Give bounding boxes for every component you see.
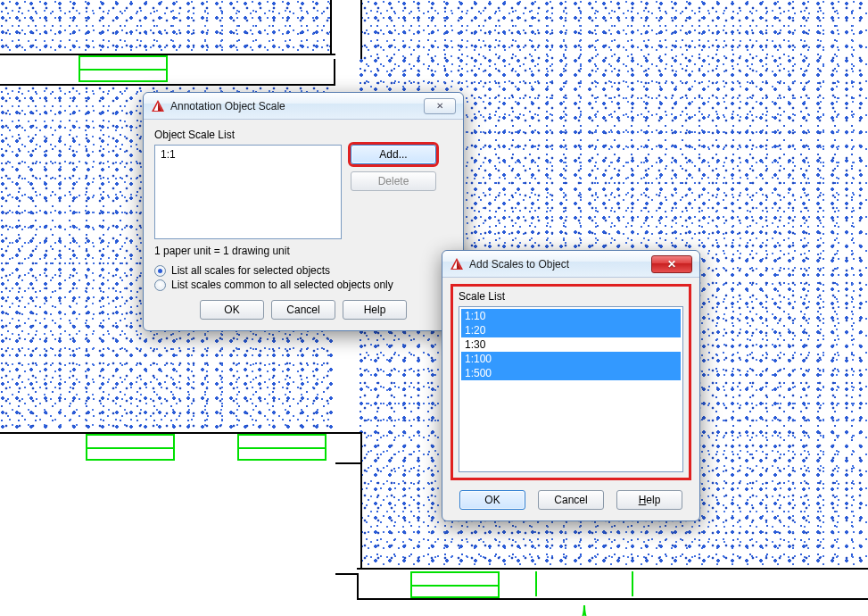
radio-icon bbox=[154, 265, 166, 277]
titlebar[interactable]: Add Scales to Object ✕ bbox=[442, 251, 699, 278]
door-symbol bbox=[410, 571, 500, 598]
paper-unit-text: 1 paper unit = 1 drawing unit bbox=[154, 245, 452, 257]
ok-button[interactable]: OK bbox=[459, 490, 525, 510]
close-button[interactable]: ✕ bbox=[424, 98, 456, 114]
radio-label: List scales common to all selected objec… bbox=[171, 279, 393, 291]
delete-button: Delete bbox=[351, 171, 436, 191]
door-symbol bbox=[86, 434, 175, 461]
list-item[interactable]: 1:100 bbox=[461, 352, 681, 366]
close-icon: ✕ bbox=[667, 258, 676, 271]
door-symbol bbox=[79, 55, 168, 82]
list-item[interactable]: 1:500 bbox=[461, 366, 681, 380]
add-scales-dialog: Add Scales to Object ✕ Scale List 1:101:… bbox=[442, 250, 700, 521]
help-button[interactable]: Help bbox=[616, 490, 682, 510]
cancel-button[interactable]: Cancel bbox=[271, 300, 335, 320]
annotation-object-scale-dialog: Annotation Object Scale ✕ Object Scale L… bbox=[143, 92, 464, 331]
list-item[interactable]: 1:10 bbox=[461, 309, 681, 323]
object-scale-list-label: Object Scale List bbox=[154, 129, 452, 141]
door-symbol bbox=[237, 434, 327, 461]
scale-list-label: Scale List bbox=[459, 290, 683, 303]
close-icon: ✕ bbox=[436, 101, 443, 111]
list-item[interactable]: 1:20 bbox=[461, 323, 681, 337]
wall-segment bbox=[330, 0, 362, 59]
dialog-title: Add Scales to Object bbox=[469, 258, 651, 271]
radio-icon bbox=[154, 279, 166, 291]
titlebar[interactable]: Annotation Object Scale ✕ bbox=[144, 93, 463, 120]
scale-listbox[interactable]: 1:101:201:301:1001:500 bbox=[459, 306, 683, 472]
wall-segment bbox=[0, 461, 335, 616]
dialog-title: Annotation Object Scale bbox=[170, 100, 424, 112]
object-scale-listbox[interactable]: 1:1 bbox=[154, 145, 342, 239]
add-button[interactable]: Add... bbox=[351, 145, 436, 164]
close-button[interactable]: ✕ bbox=[651, 255, 692, 273]
hatch-region bbox=[0, 0, 333, 55]
list-item[interactable]: 1:1 bbox=[157, 147, 339, 162]
cancel-button[interactable]: Cancel bbox=[538, 490, 604, 510]
radio-label: List all scales for selected objects bbox=[171, 264, 330, 277]
autocad-icon bbox=[151, 99, 165, 113]
ok-button[interactable]: OK bbox=[200, 300, 264, 320]
radio-list-common[interactable]: List scales common to all selected objec… bbox=[154, 279, 452, 291]
help-button[interactable]: Help bbox=[343, 300, 407, 320]
swing-door-symbol bbox=[535, 571, 633, 616]
list-item[interactable]: 1:30 bbox=[461, 337, 681, 352]
wall-segment bbox=[0, 54, 335, 86]
radio-list-all[interactable]: List all scales for selected objects bbox=[154, 264, 452, 277]
autocad-icon bbox=[450, 257, 464, 271]
